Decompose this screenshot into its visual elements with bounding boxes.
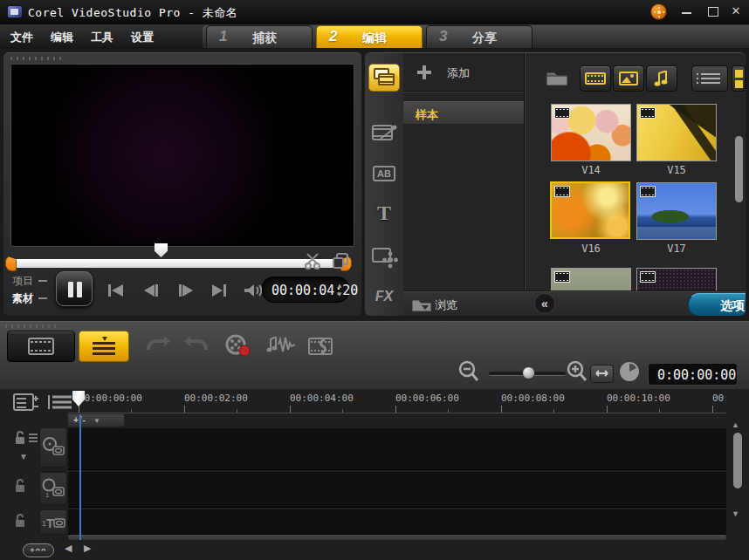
tab-share[interactable]: 3 分享 <box>426 25 533 48</box>
close-button[interactable]: ✕ <box>725 3 746 19</box>
go-to-end-button[interactable] <box>204 280 234 301</box>
undo-button[interactable] <box>138 332 175 360</box>
clip-thumbnail-v16-selected[interactable] <box>550 181 630 239</box>
scroll-down-arrow[interactable]: ▼ <box>732 509 742 518</box>
show-photos-button[interactable] <box>613 65 644 92</box>
library-bottom-bar: 浏览 « 选项 <box>403 290 746 316</box>
tab-capture-number: 1 <box>219 28 227 45</box>
instant-project-button[interactable] <box>368 120 400 147</box>
timecode-down-arrow[interactable]: ▼ <box>336 291 343 298</box>
trim-handle-start[interactable] <box>5 256 17 271</box>
corel-guide-button[interactable] <box>650 3 667 20</box>
clip-thumbnail[interactable] <box>636 268 717 290</box>
split-clip-scissors-icon[interactable] <box>304 252 323 270</box>
import-folder-icon[interactable] <box>545 67 571 88</box>
previous-frame-button[interactable] <box>136 280 166 301</box>
tab-capture[interactable]: 1 捕获 <box>206 25 313 48</box>
timeline-view-button[interactable] <box>79 331 129 362</box>
svg-text:T: T <box>46 516 54 530</box>
sound-mixer-button[interactable] <box>262 332 299 360</box>
pause-button[interactable] <box>56 271 93 306</box>
trim-bar[interactable] <box>12 259 346 268</box>
add-gallery-button[interactable]: 添加 <box>403 53 524 92</box>
zoom-in-icon[interactable] <box>566 360 588 383</box>
browse-media-files[interactable]: 浏览 <box>435 297 457 313</box>
overlay-track-row[interactable] <box>68 471 726 508</box>
timeline-timecode[interactable]: 0:00:00:00 <box>657 367 736 383</box>
minimize-button[interactable] <box>677 3 697 19</box>
toolbar-grip[interactable] <box>5 324 56 328</box>
zoom-out-icon[interactable] <box>457 360 480 383</box>
go-to-start-button[interactable] <box>101 280 131 301</box>
timeline-hscroll-groove[interactable] <box>68 535 726 540</box>
clip-thumbnail-v17[interactable] <box>636 182 717 240</box>
transition-category-button[interactable]: AB <box>368 160 400 188</box>
video-track-row[interactable] <box>68 427 726 470</box>
track-layers-icon[interactable] <box>26 431 40 445</box>
timeline-vscrollbar[interactable] <box>733 433 742 488</box>
scroll-left-arrow[interactable]: ◀ <box>65 543 72 554</box>
video-track-button[interactable] <box>39 427 67 468</box>
lock-icon[interactable] <box>14 514 26 528</box>
collapse-library-button[interactable]: « <box>534 293 555 314</box>
clip-thumbnail-v14[interactable] <box>551 104 631 161</box>
options-button[interactable]: 选项 <box>688 293 746 316</box>
media-category-button[interactable] <box>368 64 400 92</box>
clip-thumbnail-v15[interactable] <box>636 104 717 161</box>
redo-button[interactable] <box>180 332 216 360</box>
video-clip-badge-icon <box>554 186 570 197</box>
enlarge-preview-icon[interactable] <box>332 252 349 270</box>
track-manager-icon[interactable] <box>12 393 40 412</box>
lock-icon[interactable] <box>14 479 26 493</box>
menu-file[interactable]: 文件 <box>10 30 33 45</box>
overlay-track-button[interactable]: 1 <box>39 472 67 505</box>
preview-video-area <box>10 64 354 247</box>
auto-music-button[interactable] <box>302 332 339 360</box>
preview-playhead-marker[interactable] <box>155 243 168 257</box>
preview-timecode[interactable]: 00:00:04:20 <box>271 283 358 298</box>
clip-tick <box>38 297 47 299</box>
tab-edit-number: 2 <box>329 28 337 45</box>
timecode-up-arrow[interactable]: ▲ <box>336 283 343 290</box>
next-frame-button[interactable] <box>171 280 201 301</box>
video-clip-badge-icon <box>554 107 570 119</box>
tab-edit[interactable]: 2 编辑 <box>316 25 423 48</box>
clip-mode-label[interactable]: 素材 <box>12 291 33 306</box>
thumbnail-view-button[interactable] <box>732 65 746 92</box>
expand-tracks-chevron-icon[interactable]: ▼ <box>19 452 28 461</box>
filter-category-button[interactable]: FX <box>368 283 400 311</box>
browse-icon <box>410 297 433 314</box>
title-category-button[interactable]: T <box>368 200 400 228</box>
step-tab-strip: 1 捕获 2 编辑 3 分享 <box>203 25 749 48</box>
fit-project-to-window-button[interactable] <box>590 365 614 383</box>
timeline-ruler[interactable]: 00:00:00:00 00:00:02:00 00:00:04:00 00:0… <box>68 389 726 413</box>
project-mode-label[interactable]: 项目 <box>12 274 33 289</box>
timeline-area: 00:00:00:00 00:00:02:00 00:00:04:00 00:0… <box>0 389 749 560</box>
panel-grip[interactable] <box>10 57 61 60</box>
record-capture-option-button[interactable] <box>220 332 257 360</box>
menu-tools[interactable]: 工具 <box>91 30 113 45</box>
lock-icon[interactable] <box>14 431 26 445</box>
ruler-label: 00:00:10:00 <box>607 393 670 404</box>
menu-settings[interactable]: 设置 <box>131 30 154 45</box>
list-view-button[interactable] <box>691 65 728 92</box>
menu-edit[interactable]: 编辑 <box>51 30 73 45</box>
ripple-edit-toolbar[interactable]: +/-▼ <box>68 414 124 427</box>
gallery-list: 添加 样本 <box>403 53 524 316</box>
clip-thumbnail[interactable] <box>551 268 631 290</box>
fit-timeline-button[interactable]: +ᴖᴖ <box>23 543 54 557</box>
title-track-button[interactable]: 1 T <box>39 509 67 535</box>
scroll-right-arrow[interactable]: ▶ <box>84 543 91 554</box>
zoom-slider-thumb[interactable] <box>522 366 535 379</box>
graphic-category-button[interactable] <box>368 243 400 271</box>
title-track-row[interactable] <box>68 509 726 535</box>
show-audio-button[interactable] <box>646 65 677 92</box>
project-duration-clock-icon[interactable] <box>618 360 641 383</box>
gallery-item-samples[interactable]: 样本 <box>403 101 524 125</box>
scroll-up-arrow[interactable]: ▲ <box>732 420 742 429</box>
storyboard-view-button[interactable] <box>7 331 75 362</box>
timeline-playhead-line[interactable] <box>79 414 81 540</box>
library-scrollbar[interactable] <box>735 136 743 202</box>
maximize-button[interactable] <box>702 3 723 19</box>
show-videos-button[interactable] <box>580 65 611 92</box>
